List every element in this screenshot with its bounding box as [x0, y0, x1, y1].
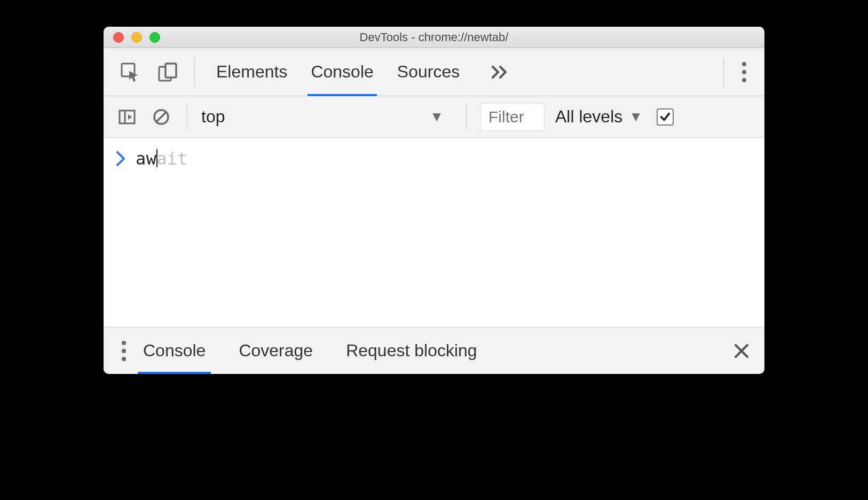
minimize-window-button[interactable]: [131, 32, 142, 43]
drawer-tab-coverage[interactable]: Coverage: [235, 327, 316, 374]
main-tabs: Elements Console Sources: [195, 48, 723, 96]
typed-text: aw: [136, 149, 157, 169]
tab-label: Coverage: [239, 341, 313, 361]
tab-label: Console: [143, 341, 206, 361]
console-prompt-line: await: [116, 149, 752, 169]
tabbar-right: [724, 48, 764, 96]
divider: [187, 104, 187, 130]
filter-input[interactable]: [480, 103, 545, 131]
tab-label: Elements: [216, 62, 287, 82]
device-toolbar-icon[interactable]: [156, 60, 179, 84]
execution-context-select[interactable]: top ▼: [201, 107, 452, 127]
console-body[interactable]: await: [104, 138, 764, 327]
close-window-button[interactable]: [113, 32, 124, 43]
inspect-element-icon[interactable]: [119, 60, 142, 84]
drawer-tabbar: Console Coverage Request blocking: [104, 327, 764, 374]
titlebar: DevTools - chrome://newtab/: [104, 27, 764, 48]
svg-line-7: [156, 112, 166, 122]
devtools-window: DevTools - chrome://newtab/ Element: [104, 27, 764, 374]
chevron-double-right-icon: [490, 62, 509, 82]
main-tabbar: Elements Console Sources: [104, 48, 764, 96]
chevron-down-icon: ▼: [430, 108, 444, 125]
window-title: DevTools - chrome://newtab/: [104, 30, 764, 44]
close-icon: [733, 343, 749, 359]
chevron-down-icon: ▼: [629, 108, 643, 125]
check-icon: [659, 111, 671, 123]
console-input[interactable]: await: [136, 149, 187, 169]
drawer-tabs: Console Coverage Request blocking: [140, 327, 719, 374]
more-tabs-button[interactable]: [483, 48, 515, 96]
autocomplete-suggestion: ait: [157, 149, 188, 169]
tab-console[interactable]: Console: [311, 48, 373, 96]
divider: [466, 104, 467, 130]
context-label: top: [201, 107, 225, 127]
clear-console-icon[interactable]: [149, 105, 173, 129]
group-similar-checkbox[interactable]: [657, 108, 674, 126]
drawer-tab-console[interactable]: Console: [140, 327, 209, 374]
svg-rect-4: [120, 111, 135, 123]
prompt-caret-icon: [116, 151, 126, 166]
console-toolbar: top ▼ All levels ▼: [104, 96, 764, 138]
tab-label: Sources: [397, 62, 460, 82]
drawer-menu-button[interactable]: [117, 337, 130, 365]
tabbar-left-icons: [104, 48, 194, 96]
tab-elements[interactable]: Elements: [216, 48, 287, 96]
log-levels-select[interactable]: All levels ▼: [555, 107, 643, 127]
tab-sources[interactable]: Sources: [397, 48, 460, 96]
svg-rect-2: [165, 64, 176, 77]
tab-label: Console: [311, 62, 373, 82]
close-drawer-button[interactable]: [733, 343, 749, 359]
drawer-tab-request-blocking[interactable]: Request blocking: [343, 327, 480, 374]
window-controls: [104, 32, 160, 43]
levels-label: All levels: [555, 107, 622, 127]
main-menu-button[interactable]: [738, 58, 751, 87]
tab-label: Request blocking: [346, 341, 477, 361]
toggle-console-sidebar-icon[interactable]: [115, 105, 139, 129]
zoom-window-button[interactable]: [149, 32, 160, 43]
